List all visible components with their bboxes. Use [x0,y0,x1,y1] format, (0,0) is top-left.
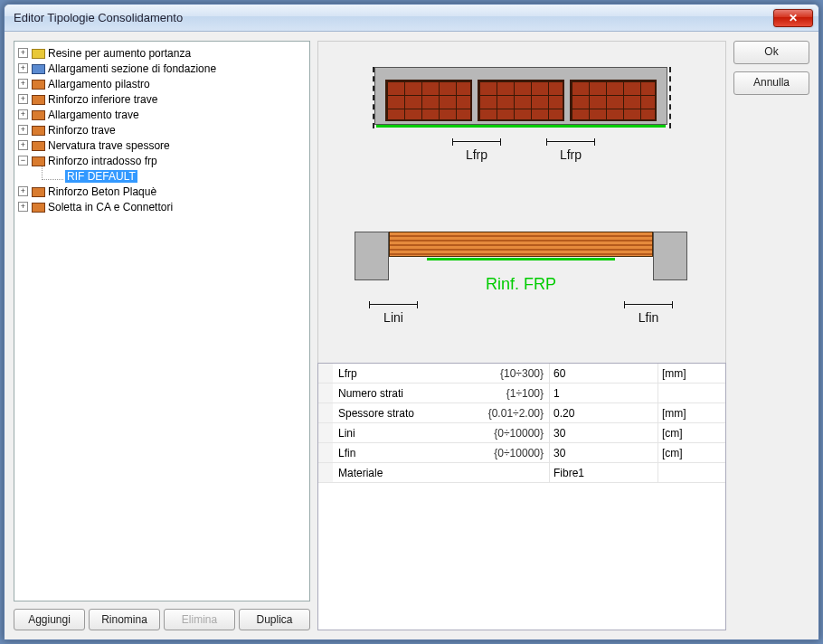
param-row[interactable]: Spessore strato{0.01÷2.00}0.20[mm] [318,403,725,423]
rinf-frp-label: Rinf. FRP [355,275,687,294]
dim-lfin: Lfin [624,310,673,325]
tree-node[interactable]: +Resine per aumento portanza [16,45,307,61]
tree-node-label: Nervatura trave spessore [48,139,170,152]
tree-node[interactable]: +Allargamenti sezione di fondazione [16,61,307,76]
tree-node[interactable]: +Rinforzo trave [16,122,307,137]
add-button[interactable]: Aggiungi [14,609,85,630]
param-unit: [mm] [658,403,725,422]
tree-actions: Aggiungi Rinomina Elimina Duplica [14,609,310,630]
param-name: Lini [338,423,494,443]
ok-button[interactable]: Ok [733,41,809,64]
param-unit: [cm] [658,423,725,442]
tree-node[interactable]: +Soletta in CA e Connettori [16,199,307,214]
type-tree[interactable]: +Resine per aumento portanza+Allargament… [14,41,310,601]
param-row[interactable]: Lfin{0÷10000}30[cm] [318,443,725,463]
param-row[interactable]: MaterialeFibre1 [318,463,725,483]
duplicate-button[interactable]: Duplica [239,609,310,630]
tree-child-node[interactable]: RIF DEFAULT [16,168,307,184]
category-icon [31,78,45,90]
parameter-grid[interactable]: Lfrp{10÷300}60[mm]Numero strati{1÷100}1S… [317,363,726,630]
param-name: Numero strati [338,384,506,403]
param-range: {10÷300} [500,364,549,384]
expand-icon[interactable]: + [18,186,28,196]
tree-node-label: Allargamento pilastro [48,78,150,90]
close-icon: ✕ [789,12,798,24]
param-name-cell: Spessore strato{0.01÷2.00} [333,403,550,422]
expand-icon[interactable]: + [18,125,28,135]
tree-node-label: Allargamenti sezione di fondazione [48,62,216,75]
category-icon [31,62,45,75]
window-title: Editor Tipologie Consolidamento [14,11,773,24]
param-name: Spessore strato [338,403,488,423]
param-value[interactable]: 0.20 [550,403,658,422]
param-name: Lfrp [338,364,500,384]
tree-node[interactable]: +Rinforzo inferiore trave [16,91,307,107]
cancel-button[interactable]: Annulla [733,71,809,95]
client-area: +Resine per aumento portanza+Allargament… [5,32,818,639]
dim-lfrp-1: Lfrp [452,147,501,162]
row-gutter [318,423,333,442]
category-icon [31,185,45,198]
param-range: {1÷100} [506,384,549,403]
category-icon [31,93,45,106]
param-row[interactable]: Lini{0÷10000}30[cm] [318,423,725,443]
param-range: {0÷10000} [494,443,549,463]
param-unit: [mm] [658,364,725,383]
expand-icon[interactable]: + [18,109,28,119]
titlebar[interactable]: Editor Tipologie Consolidamento ✕ [5,5,818,32]
tree-node[interactable]: +Allargamento pilastro [16,76,307,91]
expand-icon[interactable]: + [18,202,28,212]
expand-icon[interactable]: + [18,63,28,73]
tree-node-label: Allargamento trave [48,109,139,121]
param-value[interactable]: 30 [550,443,658,462]
param-value[interactable]: 30 [550,423,658,442]
category-icon [31,109,45,121]
param-value[interactable]: 60 [550,364,658,383]
row-gutter [318,364,333,383]
tree-node-label: Rinforzo trave [48,124,116,137]
center-panel: Lfrp Lfrp Rinf. FRP Lini Lfin Lfrp{10÷30… [317,41,726,630]
category-icon [31,155,45,167]
row-gutter [318,463,333,482]
param-row[interactable]: Numero strati{1÷100}1 [318,384,725,403]
param-range [544,463,549,483]
param-value[interactable]: 1 [550,384,658,402]
category-icon [31,124,45,137]
dialog-buttons: Ok Annulla [733,41,809,630]
close-button[interactable]: ✕ [773,9,813,27]
expand-icon[interactable]: + [18,48,28,58]
cross-section-diagram: Lfrp Lfrp [365,67,676,166]
param-range: {0.01÷2.00} [488,403,549,423]
param-name: Materiale [338,463,544,483]
param-range: {0÷10000} [494,423,549,443]
diagram-area: Lfrp Lfrp Rinf. FRP Lini Lfin [317,41,726,363]
param-unit [658,463,725,482]
param-unit: [cm] [658,443,725,462]
expand-icon[interactable]: + [18,79,28,89]
expand-icon[interactable]: + [18,140,28,150]
row-gutter [318,384,333,402]
tree-node[interactable]: +Allargamento trave [16,107,307,122]
param-name-cell: Lfrp{10÷300} [333,364,550,383]
tree-node[interactable]: +Rinforzo Beton Plaquè [16,184,307,199]
rename-button[interactable]: Rinomina [89,609,160,630]
param-value[interactable]: Fibre1 [550,463,658,482]
expand-icon[interactable]: + [18,94,28,104]
tree-node-label: Rinforzo Beton Plaquè [48,185,156,198]
dim-lini: Lini [369,310,418,325]
elevation-diagram: Rinf. FRP Lini Lfin [355,232,687,351]
tree-node[interactable]: +Nervatura trave spessore [16,137,307,153]
param-name-cell: Lfin{0÷10000} [333,443,550,462]
param-row[interactable]: Lfrp{10÷300}60[mm] [318,364,725,384]
tree-node-label: Rinforzo inferiore trave [48,93,157,106]
tree-node-label: Soletta in CA e Connettori [48,201,173,213]
category-icon [31,201,45,213]
expand-icon[interactable]: − [18,156,28,166]
param-name-cell: Materiale [333,463,550,482]
tree-node-label: Resine per aumento portanza [48,47,191,60]
left-panel: +Resine per aumento portanza+Allargament… [14,41,310,630]
dialog: Editor Tipologie Consolidamento ✕ +Resin… [4,4,819,640]
row-gutter [318,443,333,462]
delete-button: Elimina [164,609,235,630]
param-name: Lfin [338,443,494,463]
